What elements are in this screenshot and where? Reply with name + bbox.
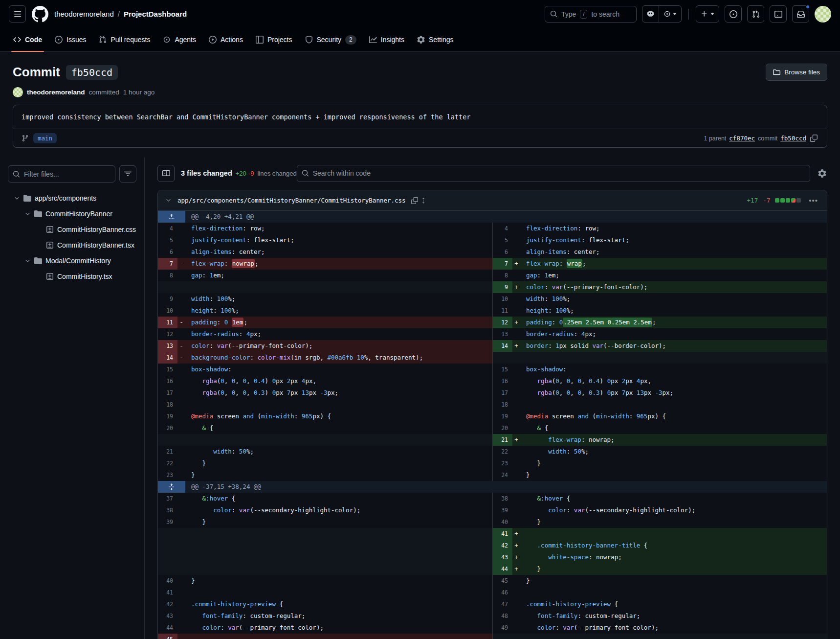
line-number[interactable]: 17 [158, 387, 177, 399]
tree-item-commithistorybanner.css[interactable]: CommitHistoryBanner.css [8, 222, 136, 237]
line-number[interactable]: 43 [158, 610, 177, 622]
global-navigation-menu-button[interactable] [9, 5, 26, 23]
filter-files-input[interactable] [8, 165, 115, 183]
parent-sha-link[interactable]: cf870ec [729, 135, 755, 142]
line-number[interactable]: 10 [158, 305, 177, 317]
line-number[interactable]: 22 [158, 457, 177, 469]
line-number[interactable]: 18 [158, 399, 177, 411]
line-number[interactable]: 41 [158, 587, 177, 598]
expand-hunk-button[interactable] [158, 211, 185, 223]
line-number[interactable]: 4 [493, 223, 512, 234]
line-number[interactable]: 39 [158, 516, 177, 528]
file-options-button[interactable]: ••• [806, 194, 821, 206]
line-number[interactable]: 6 [158, 246, 177, 258]
pull-requests-button[interactable] [747, 5, 764, 23]
line-number[interactable]: 19 [493, 411, 512, 422]
github-logo[interactable] [31, 5, 49, 23]
line-number[interactable]: 9 [158, 293, 177, 305]
tree-item-modal/commithistory[interactable]: Modal/CommitHistory [8, 253, 136, 269]
line-number[interactable]: 44 [493, 563, 512, 575]
line-number[interactable]: 13 [158, 340, 177, 352]
line-number[interactable]: 16 [493, 375, 512, 387]
line-number[interactable]: 39 [493, 504, 512, 516]
tab-projects[interactable]: Projects [249, 28, 299, 51]
line-number[interactable]: 11 [158, 317, 177, 328]
line-number[interactable]: 48 [493, 610, 512, 622]
line-number[interactable]: 42 [493, 540, 512, 551]
author-avatar[interactable] [13, 87, 23, 97]
line-number[interactable]: 7 [158, 258, 177, 270]
tab-code[interactable]: Code [7, 28, 48, 51]
line-number[interactable]: 18 [493, 399, 512, 411]
line-number[interactable]: 41 [493, 528, 512, 540]
line-number[interactable]: 20 [493, 422, 512, 434]
line-number[interactable]: 45 [158, 634, 177, 639]
line-number[interactable]: 44 [158, 622, 177, 634]
diff-file-path[interactable]: app/src/components/CommitHistoryBanner/C… [177, 197, 406, 204]
line-number[interactable]: 22 [493, 446, 512, 457]
line-number[interactable]: 42 [158, 598, 177, 610]
line-number[interactable]: 43 [493, 551, 512, 563]
author-name[interactable]: theodoremoreland [27, 89, 85, 96]
tab-actions[interactable]: Actions [202, 28, 249, 51]
tab-pull-requests[interactable]: Pull requests [92, 28, 156, 51]
notifications-inbox-button[interactable] [792, 5, 809, 23]
diff-settings-button[interactable] [817, 168, 827, 179]
line-number[interactable]: 14 [158, 352, 177, 364]
tree-item-commithistorybanner.tsx[interactable]: CommitHistoryBanner.tsx [8, 237, 136, 253]
line-number[interactable]: 5 [493, 234, 512, 246]
collapse-file-chevron[interactable] [164, 196, 173, 205]
line-number[interactable]: 15 [158, 364, 177, 375]
line-number[interactable]: 37 [158, 493, 177, 504]
line-number[interactable]: 15 [493, 364, 512, 375]
line-number[interactable]: 12 [493, 317, 512, 328]
issues-button[interactable] [725, 5, 742, 23]
search-within-code-input[interactable] [297, 165, 810, 182]
line-number[interactable]: 17 [493, 387, 512, 399]
line-number[interactable]: 9 [493, 281, 512, 293]
line-number[interactable]: 10 [493, 293, 512, 305]
line-number[interactable]: 23 [158, 469, 177, 481]
expand-hunk-button[interactable] [158, 481, 185, 493]
tree-item-commithistorybanner[interactable]: CommitHistoryBanner [8, 206, 136, 222]
line-number[interactable]: 14 [493, 340, 512, 352]
line-number[interactable]: 45 [493, 575, 512, 587]
tab-agents[interactable]: Agents [156, 28, 202, 51]
line-number[interactable]: 40 [493, 516, 512, 528]
line-number[interactable]: 24 [493, 469, 512, 481]
line-number[interactable]: 8 [158, 270, 177, 281]
line-number[interactable]: 46 [493, 587, 512, 598]
commit-sha-link[interactable]: fb50ccd [780, 135, 806, 142]
create-new-button[interactable] [696, 5, 719, 23]
line-number[interactable]: 13 [493, 328, 512, 340]
drag-file-handle[interactable] [419, 196, 428, 205]
tab-issues[interactable]: Issues [48, 28, 92, 51]
tab-settings[interactable]: Settings [411, 28, 460, 51]
line-number[interactable]: 6 [493, 246, 512, 258]
browse-files-button[interactable]: Browse files [766, 64, 827, 81]
line-number[interactable]: 8 [493, 270, 512, 281]
breadcrumb-repo[interactable]: ProjectDashboard [124, 10, 187, 18]
line-number[interactable]: 23 [493, 457, 512, 469]
global-search-input[interactable]: Type / to search [545, 6, 637, 23]
line-number[interactable]: 20 [158, 422, 177, 434]
tree-item-app/src/components[interactable]: app/src/components [8, 190, 136, 206]
line-number[interactable]: 16 [158, 375, 177, 387]
panel-button[interactable] [770, 5, 787, 23]
branch-label[interactable]: main [33, 133, 57, 143]
copy-path-button[interactable] [410, 196, 419, 205]
tab-security[interactable]: Security 2 [299, 28, 363, 51]
copilot-button[interactable] [642, 5, 659, 23]
tree-item-commithistory.tsx[interactable]: CommitHistory.tsx [8, 269, 136, 284]
file-filter-button[interactable] [119, 165, 136, 183]
split-view-toggle-button[interactable] [157, 165, 175, 182]
line-number[interactable]: 4 [158, 223, 177, 234]
copy-sha-button[interactable] [809, 134, 818, 143]
line-number[interactable]: 21 [493, 434, 512, 446]
line-number[interactable]: 12 [158, 328, 177, 340]
line-number[interactable]: 38 [493, 493, 512, 504]
line-number[interactable]: 47 [493, 598, 512, 610]
line-number[interactable]: 49 [493, 622, 512, 634]
line-number[interactable]: 40 [158, 575, 177, 587]
copilot-agents-menu-button[interactable] [659, 5, 682, 23]
